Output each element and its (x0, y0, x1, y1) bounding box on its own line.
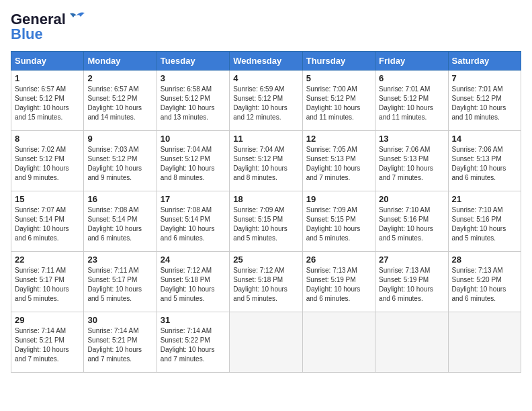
calendar-cell: 22Sunrise: 7:11 AM Sunset: 5:17 PM Dayli… (11, 252, 84, 312)
day-info: Sunrise: 7:08 AM Sunset: 5:14 PM Dayligh… (87, 205, 152, 243)
calendar-cell: 13Sunrise: 7:06 AM Sunset: 5:13 PM Dayli… (375, 131, 448, 191)
day-info: Sunrise: 7:12 AM Sunset: 5:18 PM Dayligh… (161, 266, 226, 304)
day-info: Sunrise: 7:06 AM Sunset: 5:13 PM Dayligh… (452, 145, 517, 183)
day-number: 12 (306, 134, 371, 144)
calendar-cell: 3Sunrise: 6:58 AM Sunset: 5:12 PM Daylig… (157, 71, 229, 131)
day-info: Sunrise: 7:13 AM Sunset: 5:20 PM Dayligh… (452, 266, 517, 304)
day-number: 26 (306, 255, 371, 265)
day-number: 1 (15, 73, 80, 83)
day-info: Sunrise: 6:58 AM Sunset: 5:12 PM Dayligh… (161, 85, 226, 122)
calendar-cell (375, 312, 448, 373)
day-number: 23 (87, 255, 152, 265)
day-number: 4 (233, 73, 298, 83)
calendar-cell: 11Sunrise: 7:04 AM Sunset: 5:12 PM Dayli… (230, 131, 302, 191)
day-number: 22 (15, 255, 80, 265)
weekday-header-sunday: Sunday (11, 52, 84, 71)
day-info: Sunrise: 6:57 AM Sunset: 5:12 PM Dayligh… (15, 85, 80, 122)
calendar-week-row: 1Sunrise: 6:57 AM Sunset: 5:12 PM Daylig… (11, 71, 521, 131)
day-info: Sunrise: 6:57 AM Sunset: 5:12 PM Dayligh… (87, 85, 152, 122)
weekday-header-thursday: Thursday (302, 52, 375, 71)
calendar-cell: 28Sunrise: 7:13 AM Sunset: 5:20 PM Dayli… (448, 252, 521, 312)
calendar-cell (448, 312, 521, 373)
logo: General Blue (11, 11, 86, 43)
day-number: 2 (87, 73, 152, 83)
day-number: 20 (379, 194, 444, 204)
day-number: 15 (15, 194, 80, 204)
day-info: Sunrise: 7:07 AM Sunset: 5:14 PM Dayligh… (15, 205, 80, 243)
calendar-cell: 6Sunrise: 7:01 AM Sunset: 5:12 PM Daylig… (375, 71, 448, 131)
day-info: Sunrise: 7:03 AM Sunset: 5:12 PM Dayligh… (87, 145, 152, 183)
day-info: Sunrise: 7:13 AM Sunset: 5:19 PM Dayligh… (379, 266, 444, 304)
calendar-cell: 15Sunrise: 7:07 AM Sunset: 5:14 PM Dayli… (11, 191, 84, 252)
weekday-header-monday: Monday (84, 52, 157, 71)
day-info: Sunrise: 7:00 AM Sunset: 5:12 PM Dayligh… (306, 85, 371, 122)
weekday-header-friday: Friday (375, 52, 448, 71)
calendar-cell: 2Sunrise: 6:57 AM Sunset: 5:12 PM Daylig… (84, 71, 157, 131)
day-number: 18 (233, 194, 298, 204)
day-number: 28 (452, 255, 517, 265)
day-info: Sunrise: 7:06 AM Sunset: 5:13 PM Dayligh… (379, 145, 444, 183)
calendar-cell: 8Sunrise: 7:02 AM Sunset: 5:12 PM Daylig… (11, 131, 84, 191)
weekday-header-wednesday: Wednesday (230, 52, 302, 71)
calendar-cell: 25Sunrise: 7:12 AM Sunset: 5:18 PM Dayli… (230, 252, 302, 312)
day-number: 7 (452, 73, 517, 83)
calendar-week-row: 8Sunrise: 7:02 AM Sunset: 5:12 PM Daylig… (11, 131, 521, 191)
weekday-header-saturday: Saturday (448, 52, 521, 71)
day-info: Sunrise: 7:01 AM Sunset: 5:12 PM Dayligh… (452, 85, 517, 122)
day-info: Sunrise: 7:02 AM Sunset: 5:12 PM Dayligh… (15, 145, 80, 183)
calendar-cell: 18Sunrise: 7:09 AM Sunset: 5:15 PM Dayli… (230, 191, 302, 252)
day-info: Sunrise: 6:59 AM Sunset: 5:12 PM Dayligh… (233, 85, 298, 122)
calendar-week-row: 29Sunrise: 7:14 AM Sunset: 5:21 PM Dayli… (11, 312, 521, 373)
day-number: 13 (379, 134, 444, 144)
day-info: Sunrise: 7:13 AM Sunset: 5:19 PM Dayligh… (306, 266, 371, 304)
day-info: Sunrise: 7:11 AM Sunset: 5:17 PM Dayligh… (15, 266, 80, 304)
day-number: 16 (87, 194, 152, 204)
day-info: Sunrise: 7:10 AM Sunset: 5:16 PM Dayligh… (379, 205, 444, 243)
calendar-cell: 31Sunrise: 7:14 AM Sunset: 5:22 PM Dayli… (157, 312, 229, 373)
day-info: Sunrise: 7:04 AM Sunset: 5:12 PM Dayligh… (233, 145, 298, 183)
calendar-cell (230, 312, 302, 373)
calendar-cell (302, 312, 375, 373)
calendar-cell: 10Sunrise: 7:04 AM Sunset: 5:12 PM Dayli… (157, 131, 229, 191)
calendar-cell: 20Sunrise: 7:10 AM Sunset: 5:16 PM Dayli… (375, 191, 448, 252)
day-info: Sunrise: 7:14 AM Sunset: 5:21 PM Dayligh… (87, 326, 152, 364)
calendar-cell: 12Sunrise: 7:05 AM Sunset: 5:13 PM Dayli… (302, 131, 375, 191)
calendar-cell: 14Sunrise: 7:06 AM Sunset: 5:13 PM Dayli… (448, 131, 521, 191)
day-number: 3 (161, 73, 226, 83)
day-number: 24 (161, 255, 226, 265)
day-info: Sunrise: 7:14 AM Sunset: 5:22 PM Dayligh… (161, 326, 226, 364)
day-number: 11 (233, 134, 298, 144)
day-number: 19 (306, 194, 371, 204)
logo-blue-text: Blue (11, 26, 43, 43)
calendar-week-row: 22Sunrise: 7:11 AM Sunset: 5:17 PM Dayli… (11, 252, 521, 312)
calendar-cell: 7Sunrise: 7:01 AM Sunset: 5:12 PM Daylig… (448, 71, 521, 131)
weekday-header-row: SundayMondayTuesdayWednesdayThursdayFrid… (11, 52, 521, 71)
calendar-cell: 4Sunrise: 6:59 AM Sunset: 5:12 PM Daylig… (230, 71, 302, 131)
calendar-cell: 29Sunrise: 7:14 AM Sunset: 5:21 PM Dayli… (11, 312, 84, 373)
calendar-cell: 19Sunrise: 7:09 AM Sunset: 5:15 PM Dayli… (302, 191, 375, 252)
day-info: Sunrise: 7:12 AM Sunset: 5:18 PM Dayligh… (233, 266, 298, 304)
day-number: 31 (161, 315, 226, 325)
calendar-table: SundayMondayTuesdayWednesdayThursdayFrid… (11, 51, 521, 373)
day-number: 21 (452, 194, 517, 204)
day-number: 14 (452, 134, 517, 144)
calendar-cell: 17Sunrise: 7:08 AM Sunset: 5:14 PM Dayli… (157, 191, 229, 252)
day-number: 10 (161, 134, 226, 144)
day-info: Sunrise: 7:10 AM Sunset: 5:16 PM Dayligh… (452, 205, 517, 243)
day-number: 8 (15, 134, 80, 144)
calendar-cell: 30Sunrise: 7:14 AM Sunset: 5:21 PM Dayli… (84, 312, 157, 373)
day-number: 17 (161, 194, 226, 204)
day-info: Sunrise: 7:09 AM Sunset: 5:15 PM Dayligh… (306, 205, 371, 243)
day-info: Sunrise: 7:05 AM Sunset: 5:13 PM Dayligh… (306, 145, 371, 183)
page-header: General Blue (11, 11, 521, 43)
calendar-week-row: 15Sunrise: 7:07 AM Sunset: 5:14 PM Dayli… (11, 191, 521, 252)
day-number: 27 (379, 255, 444, 265)
day-info: Sunrise: 7:01 AM Sunset: 5:12 PM Dayligh… (379, 85, 444, 122)
weekday-header-tuesday: Tuesday (157, 52, 229, 71)
calendar-cell: 16Sunrise: 7:08 AM Sunset: 5:14 PM Dayli… (84, 191, 157, 252)
day-info: Sunrise: 7:11 AM Sunset: 5:17 PM Dayligh… (87, 266, 152, 304)
day-info: Sunrise: 7:09 AM Sunset: 5:15 PM Dayligh… (233, 205, 298, 243)
day-number: 5 (306, 73, 371, 83)
day-info: Sunrise: 7:08 AM Sunset: 5:14 PM Dayligh… (161, 205, 226, 243)
calendar-cell: 21Sunrise: 7:10 AM Sunset: 5:16 PM Dayli… (448, 191, 521, 252)
